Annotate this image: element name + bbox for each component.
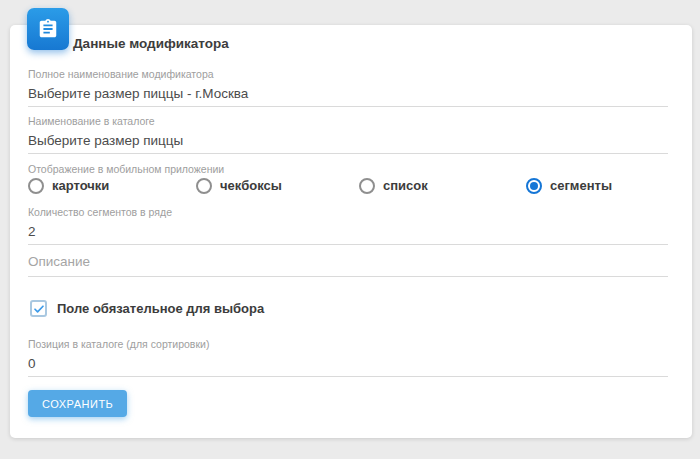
radio-circle bbox=[359, 178, 375, 194]
radio-circle bbox=[526, 178, 542, 194]
clipboard-icon[interactable] bbox=[27, 8, 69, 50]
description-field bbox=[28, 250, 668, 277]
page-title: Данные модификатора bbox=[73, 36, 229, 51]
radio-checkboxes[interactable]: чекбоксы bbox=[196, 177, 282, 194]
catalog-name-field: Наименование в каталоге bbox=[28, 115, 668, 154]
full-name-input[interactable] bbox=[28, 84, 668, 107]
radio-label: сегменты bbox=[550, 178, 612, 193]
radio-label: список bbox=[383, 178, 428, 193]
description-input[interactable] bbox=[28, 250, 668, 277]
segments-per-row-field: Количество сегментов в ряде bbox=[28, 206, 668, 245]
position-input[interactable] bbox=[28, 354, 668, 377]
position-label: Позиция в каталоге (для сортировки) bbox=[28, 338, 668, 351]
assignment-glyph bbox=[37, 18, 59, 40]
display-mode-label: Отображение в мобильном приложении bbox=[28, 163, 224, 175]
checkbox-box-icon bbox=[30, 300, 47, 317]
radio-segments[interactable]: сегменты bbox=[526, 177, 612, 194]
radio-list[interactable]: список bbox=[359, 177, 428, 194]
radio-circle bbox=[196, 178, 212, 194]
catalog-name-input[interactable] bbox=[28, 131, 668, 154]
radio-label: чекбоксы bbox=[220, 178, 282, 193]
check-icon bbox=[33, 303, 45, 315]
full-name-field: Полное наименование модификатора bbox=[28, 68, 668, 107]
full-name-label: Полное наименование модификатора bbox=[28, 68, 668, 81]
position-field: Позиция в каталоге (для сортировки) bbox=[28, 338, 668, 377]
radio-label: карточки bbox=[52, 178, 109, 193]
catalog-name-label: Наименование в каталоге bbox=[28, 115, 668, 128]
radio-cards[interactable]: карточки bbox=[28, 177, 109, 194]
save-button[interactable]: СОХРАНИТЬ bbox=[28, 390, 127, 417]
required-checkbox-label: Поле обязательное для выбора bbox=[57, 301, 264, 316]
segments-per-row-label: Количество сегментов в ряде bbox=[28, 206, 668, 219]
segments-per-row-input[interactable] bbox=[28, 222, 668, 245]
required-checkbox[interactable]: Поле обязательное для выбора bbox=[30, 300, 264, 317]
radio-circle bbox=[28, 178, 44, 194]
